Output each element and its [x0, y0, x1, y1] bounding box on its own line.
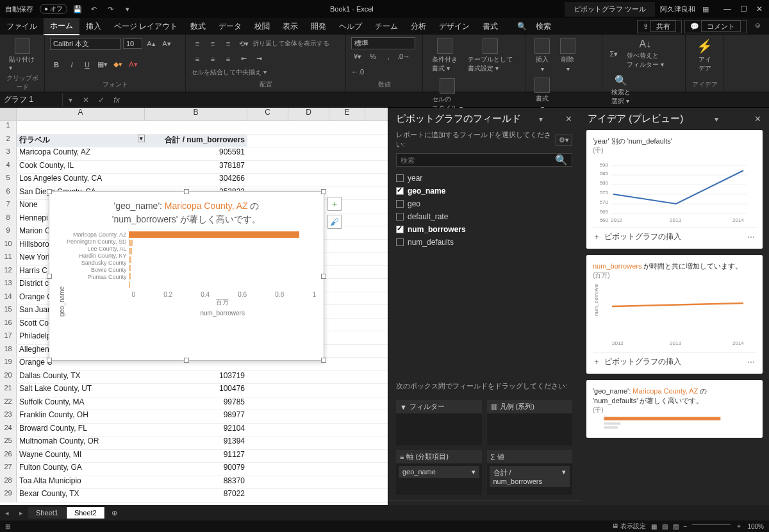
- row-header[interactable]: 21: [0, 384, 17, 397]
- col-header-b[interactable]: B: [145, 108, 247, 121]
- italic-icon[interactable]: I: [65, 58, 78, 71]
- orientation-icon[interactable]: ⟲▾: [237, 37, 250, 50]
- close-pane-icon[interactable]: ✕: [565, 114, 572, 124]
- tab-formulas[interactable]: 数式: [184, 19, 212, 35]
- col-header-e[interactable]: E: [329, 108, 365, 121]
- currency-icon[interactable]: ¥▾: [351, 50, 364, 63]
- field-item[interactable]: num_defaults: [396, 236, 572, 249]
- account-icon[interactable]: ▦: [699, 3, 712, 15]
- cell[interactable]: Wayne County, MI: [17, 450, 145, 463]
- row-header[interactable]: 11: [0, 253, 17, 265]
- tab-developer[interactable]: 開発: [304, 19, 333, 35]
- view-normal-icon[interactable]: ▦: [651, 523, 657, 530]
- field-item[interactable]: geo: [396, 197, 572, 210]
- align-right-icon[interactable]: ≡: [222, 53, 235, 65]
- cell[interactable]: 90079: [145, 463, 247, 476]
- field-search-input[interactable]: [397, 154, 551, 166]
- inc-decimal-icon[interactable]: .0→: [397, 50, 410, 63]
- tab-analyze[interactable]: 分析: [404, 19, 433, 35]
- cell[interactable]: 99785: [145, 397, 247, 410]
- axis-field-item[interactable]: geo_name▾: [399, 466, 479, 478]
- idea-card[interactable]: num_borrowers が時間と共に増加しています。 (百万) num_bo…: [586, 255, 763, 374]
- checkbox[interactable]: [396, 238, 404, 246]
- field-search[interactable]: 🔍: [396, 153, 572, 167]
- filter-dropdown-icon[interactable]: ▾: [138, 135, 145, 142]
- resize-handle[interactable]: [47, 358, 52, 363]
- idea-card[interactable]: 'year' 別の 'num_defaults' (千) 59058558057…: [586, 130, 763, 249]
- cell[interactable]: Multnomah County, OR: [17, 436, 145, 449]
- resize-handle[interactable]: [47, 274, 52, 279]
- filter-area[interactable]: ▼ フィルター: [396, 400, 482, 445]
- cond-format-button[interactable]: 条件付き 書式 ▾: [428, 37, 461, 74]
- row-header[interactable]: 13: [0, 279, 17, 292]
- checkbox[interactable]: [396, 174, 404, 182]
- row-header[interactable]: 20: [0, 371, 17, 384]
- row-header[interactable]: 26: [0, 450, 17, 463]
- align-top-icon[interactable]: ≡: [191, 37, 204, 50]
- row-header[interactable]: 14: [0, 292, 17, 305]
- row-header[interactable]: 23: [0, 410, 17, 423]
- cell[interactable]: 103719: [145, 371, 247, 384]
- pivot-row-label-header[interactable]: 行ラベル ▾: [17, 135, 145, 147]
- row-header[interactable]: 6: [0, 187, 17, 200]
- checkbox[interactable]: [396, 226, 404, 233]
- zoom-out-icon[interactable]: −: [684, 523, 688, 530]
- cell[interactable]: 88370: [145, 476, 247, 489]
- align-mid-icon[interactable]: ≡: [206, 37, 219, 50]
- align-center-icon[interactable]: ≡: [206, 53, 219, 65]
- row-header[interactable]: 28: [0, 476, 17, 489]
- cell[interactable]: 98977: [145, 410, 247, 423]
- resize-handle[interactable]: [47, 189, 52, 194]
- select-all-corner[interactable]: [0, 108, 17, 121]
- pivot-value-header[interactable]: 合計 / num_borrowers: [145, 135, 247, 147]
- cell[interactable]: Salt Lake County, UT: [17, 384, 145, 397]
- cell[interactable]: Bexar County, TX: [17, 489, 145, 502]
- comments-button[interactable]: 💬 コメント: [684, 20, 747, 33]
- checkbox[interactable]: [396, 200, 404, 208]
- zoom-slider[interactable]: [692, 524, 731, 525]
- values-field-item[interactable]: 合計 / num_borrowers▾: [490, 466, 570, 487]
- row-header[interactable]: 7: [0, 200, 17, 213]
- cell[interactable]: Dallas County, TX: [17, 371, 145, 384]
- idea-card[interactable]: 'geo_name': Maricopa County, AZ の'num_de…: [586, 380, 763, 438]
- row-header[interactable]: 15: [0, 305, 17, 318]
- row-header[interactable]: 2: [0, 135, 17, 147]
- row-header[interactable]: 10: [0, 240, 17, 253]
- row-header[interactable]: 18: [0, 345, 17, 358]
- dec-decimal-icon[interactable]: ←.0: [351, 65, 364, 78]
- row-header[interactable]: 17: [0, 331, 17, 344]
- row-header[interactable]: 22: [0, 397, 17, 410]
- customize-qt-icon[interactable]: ▾: [121, 3, 134, 15]
- autosave-toggle[interactable]: ● オフ: [40, 4, 67, 14]
- more-icon[interactable]: ⋯: [747, 233, 756, 242]
- view-pagelayout-icon[interactable]: ▤: [662, 523, 668, 530]
- font-size-combo[interactable]: 10: [123, 38, 142, 49]
- close-icon[interactable]: ✕: [756, 4, 763, 13]
- percent-icon[interactable]: %: [367, 50, 379, 63]
- view-pagebreak-icon[interactable]: ▧: [673, 523, 679, 530]
- chart-plus-icon[interactable]: ＋: [327, 197, 342, 211]
- field-item[interactable]: default_rate: [396, 210, 572, 223]
- underline-icon[interactable]: U: [81, 58, 94, 71]
- tab-review[interactable]: 校閲: [248, 19, 276, 35]
- tab-file[interactable]: ファイル: [0, 19, 44, 35]
- indent-dec-icon[interactable]: ⇤: [237, 53, 250, 65]
- cell[interactable]: Cook County, IL: [17, 161, 145, 174]
- border-icon[interactable]: ▦▾: [96, 58, 109, 71]
- wrap-text-button[interactable]: 折り返して全体を表示する: [252, 39, 329, 48]
- smiley-icon[interactable]: ☺: [749, 20, 766, 33]
- checkbox[interactable]: [396, 187, 404, 195]
- row-header[interactable]: 3: [0, 147, 17, 160]
- tab-view[interactable]: 表示: [276, 19, 304, 35]
- fx-icon[interactable]: fx: [109, 96, 124, 104]
- comma-icon[interactable]: ,: [382, 50, 395, 63]
- ideas-button[interactable]: ⚡アイ デア: [691, 37, 718, 74]
- cell[interactable]: 91127: [145, 450, 247, 463]
- row-header[interactable]: 9: [0, 226, 17, 239]
- cell[interactable]: Fulton County, GA: [17, 463, 145, 476]
- sheet-tab[interactable]: Sheet1: [28, 507, 67, 519]
- bold-icon[interactable]: B: [50, 58, 63, 71]
- col-header-c[interactable]: C: [247, 108, 288, 121]
- resize-handle[interactable]: [321, 189, 326, 194]
- zoom-level[interactable]: 100%: [747, 523, 764, 530]
